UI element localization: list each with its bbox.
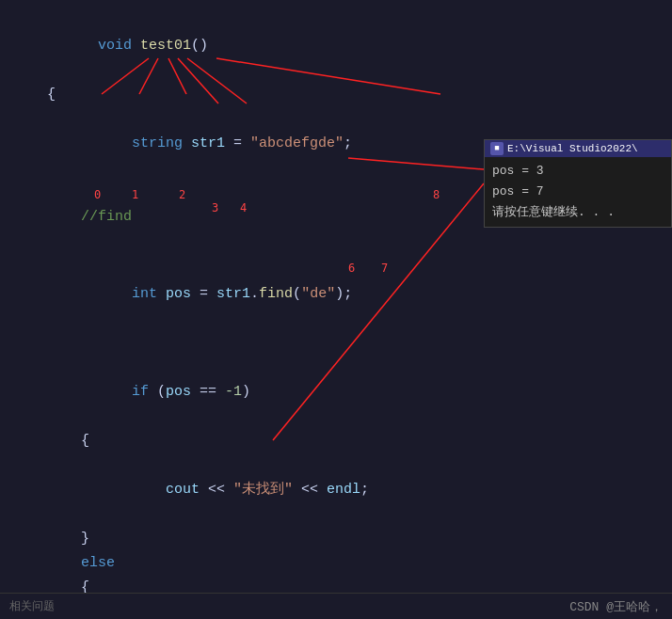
index-2: 2: [179, 188, 185, 201]
code-line-1: void test01(): [0, 9, 672, 83]
code-line-6: int pos = str1.find("de"); 6 7: [0, 258, 672, 331]
code-line-2: {: [0, 83, 672, 107]
bottom-bar: 相关问题 CSDN @王哈哈，: [0, 593, 672, 619]
console-app-icon: ■: [490, 142, 504, 155]
fn-test01: test01: [140, 38, 191, 54]
index-8: 8: [433, 188, 440, 201]
console-title: E:\Visual Studio2022\: [507, 143, 638, 154]
index-1: 1: [132, 188, 138, 201]
bottom-right-label: CSDN @王哈哈，: [569, 598, 663, 615]
code-line-7: [0, 331, 672, 356]
console-line-3: 请按任意键继续. . .: [492, 202, 664, 223]
code-line-9: {: [0, 429, 672, 453]
console-line-2: pos = 7: [492, 182, 664, 202]
code-line-11: }: [0, 527, 672, 551]
keyword-void: void: [98, 38, 140, 54]
index-6: 6: [348, 262, 355, 275]
code-line-10: cout << "未找到" << endl;: [0, 453, 672, 527]
code-line-8: if (pos == -1): [0, 356, 672, 429]
index-4: 4: [240, 201, 247, 214]
index-0: 0: [94, 188, 101, 201]
console-popup: ■ E:\Visual Studio2022\ pos = 3 pos = 7 …: [484, 139, 672, 228]
index-7: 7: [381, 262, 388, 275]
console-body: pos = 3 pos = 7 请按任意键继续. . .: [485, 157, 671, 227]
code-line-12: else: [0, 551, 672, 576]
console-line-1: pos = 3: [492, 161, 664, 182]
console-titlebar: ■ E:\Visual Studio2022\: [485, 140, 671, 157]
bottom-left-label[interactable]: 相关问题: [9, 598, 55, 614]
code-editor: void test01() { string str1 = "abcdefgde…: [0, 0, 672, 619]
index-3: 3: [212, 201, 218, 214]
